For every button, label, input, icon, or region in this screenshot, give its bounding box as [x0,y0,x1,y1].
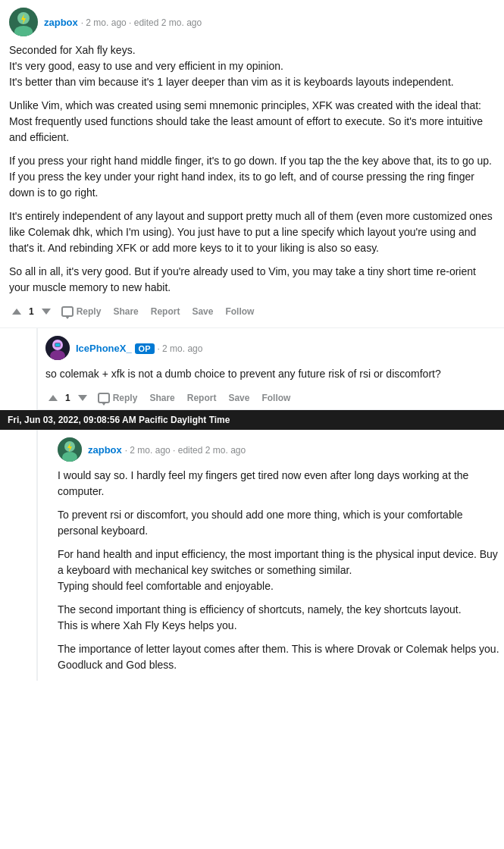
vote-count-1: 1 [29,306,34,317]
comment-body-1: Seconded for Xah fly keys. It's very goo… [9,42,495,296]
follow-button-2[interactable]: Follow [257,390,295,406]
upvote-arrow-icon-2 [49,395,58,401]
tooltip-bar: Fri, Jun 03, 2022, 09:08:56 AM Pacific D… [0,410,504,430]
follow-button-1[interactable]: Follow [221,303,258,320]
comment-body-3: I would say so. I hardly feel my fingers… [58,468,504,673]
username-zapbox-1[interactable]: zapbox [44,17,78,28]
share-button-2[interactable]: Share [145,390,179,406]
comment-header-3: zapbox · 2 mo. ago · edited 2 mo. ago [58,437,504,462]
reply-bubble-icon-2 [98,393,110,403]
report-button-1[interactable]: Report [146,303,185,320]
comment-body-2: so colemak + xfk is not a dumb choice to… [45,366,504,382]
comment-header-2: IcePhoneX_ OP · 2 mo. ago [45,336,504,360]
vote-count-2: 1 [65,393,70,403]
op-tag: OP [135,343,155,354]
report-button-2[interactable]: Report [183,390,221,406]
zapbox-avatar-2 [58,437,82,462]
upvote-arrow-icon-1 [12,309,21,315]
icephonex-avatar [45,336,70,360]
downvote-button-2[interactable] [75,393,90,403]
downvote-arrow-icon-2 [78,395,87,401]
tooltip-text: Fri, Jun 03, 2022, 09:08:56 AM Pacific D… [8,415,230,425]
save-button-2[interactable]: Save [224,390,254,406]
share-button-1[interactable]: Share [108,303,142,320]
svg-rect-8 [55,343,60,346]
username-zapbox-2[interactable]: zapbox [88,444,122,456]
deep-comment-block: zapbox · 2 mo. ago · edited 2 mo. ago I … [36,430,504,681]
comment-header-1: zapbox · 2 mo. ago · edited 2 mo. ago [9,8,495,36]
timestamp-2: · 2 mo. ago [157,343,202,354]
timestamp-3: · 2 mo. ago · edited 2 mo. ago [125,445,246,456]
upvote-button-1[interactable] [9,307,24,316]
downvote-button-1[interactable] [39,307,54,316]
zapbox-avatar-1 [9,8,38,36]
reply-button-2[interactable]: Reply [93,390,142,406]
nested-comment-block: IcePhoneX_ OP · 2 mo. ago so colemak + x… [36,328,504,410]
upvote-button-2[interactable] [45,393,61,403]
deep-comment-inner: zapbox · 2 mo. ago · edited 2 mo. ago I … [58,437,504,673]
comment-actions-2: 1 Reply Share Report Save Follow [45,390,504,406]
username-icephonex[interactable]: IcePhoneX_ [76,343,132,354]
timestamp-1: · 2 mo. ago · edited 2 mo. ago [81,17,202,28]
downvote-arrow-icon-1 [42,309,51,315]
reply-button-1[interactable]: Reply [57,303,106,320]
comment-actions-1: 1 Reply Share Report Save Follow [9,303,495,320]
comment-zapbox-1: zapbox · 2 mo. ago · edited 2 mo. ago Se… [0,0,504,328]
save-button-1[interactable]: Save [187,303,218,320]
reply-bubble-icon-1 [61,306,74,317]
